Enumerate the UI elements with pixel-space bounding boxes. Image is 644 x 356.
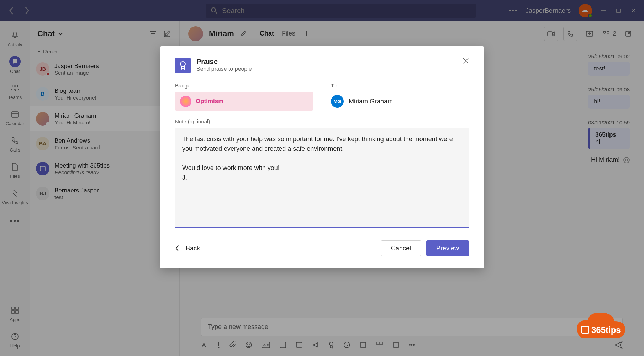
badge-name: Optimism <box>196 98 223 105</box>
praise-modal: Praise Send praise to people Badge Optim… <box>160 46 484 268</box>
svg-text:365tips: 365tips <box>591 325 621 335</box>
modal-title: Praise <box>196 58 252 66</box>
modal-overlay: Praise Send praise to people Badge Optim… <box>0 0 644 356</box>
recipient-name: Miriam Graham <box>349 98 393 105</box>
praise-app-icon <box>175 58 191 73</box>
chevron-left-icon <box>175 245 179 252</box>
svg-rect-49 <box>582 327 588 333</box>
to-label: To <box>331 83 469 89</box>
recipient-chip[interactable]: MG Miriam Graham <box>331 92 469 111</box>
modal-subtitle: Send praise to people <box>196 66 252 72</box>
badge-selector[interactable]: Optimism <box>175 92 313 111</box>
recipient-avatar: MG <box>331 95 344 108</box>
badge-label: Badge <box>175 83 313 89</box>
cancel-button[interactable]: Cancel <box>381 240 421 256</box>
note-textarea[interactable]: The last crisis with your help was so im… <box>175 128 469 228</box>
note-label: Note (optional) <box>175 118 469 124</box>
app-root: Search ••• JasperBernaers Activity Chat <box>0 0 644 356</box>
back-button[interactable]: Back <box>175 245 200 252</box>
preview-button[interactable]: Preview <box>426 240 469 256</box>
optimism-badge-icon <box>180 96 191 107</box>
close-icon[interactable] <box>463 58 469 64</box>
svg-point-45 <box>180 62 185 67</box>
watermark-logo: 365tips <box>570 306 630 342</box>
